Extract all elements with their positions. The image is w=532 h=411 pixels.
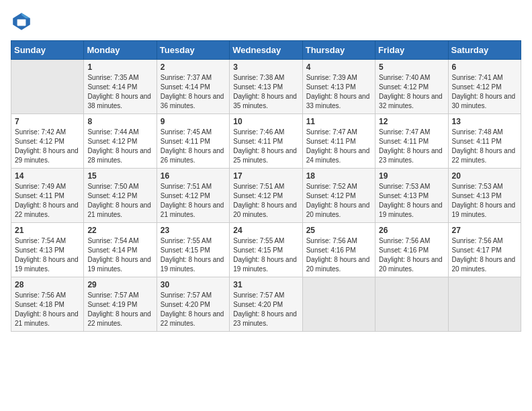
calendar-cell: 14Sunrise: 7:49 AMSunset: 4:11 PMDayligh…	[11, 169, 84, 223]
calendar-cell: 15Sunrise: 7:50 AMSunset: 4:12 PMDayligh…	[84, 169, 157, 223]
day-number: 1	[87, 62, 152, 72]
calendar-cell: 23Sunrise: 7:55 AMSunset: 4:15 PMDayligh…	[157, 223, 229, 277]
calendar-cell: 8Sunrise: 7:44 AMSunset: 4:12 PMDaylight…	[84, 114, 157, 169]
calendar-table: SundayMondayTuesdayWednesdayThursdayFrid…	[11, 40, 521, 332]
day-number: 8	[87, 117, 152, 126]
calendar-cell: 1Sunrise: 7:35 AMSunset: 4:14 PMDaylight…	[84, 60, 157, 114]
day-number: 4	[306, 62, 371, 72]
header-cell-friday: Friday	[375, 41, 448, 60]
calendar-cell: 4Sunrise: 7:39 AMSunset: 4:13 PMDaylight…	[302, 60, 375, 114]
day-number: 31	[233, 280, 298, 289]
calendar-cell: 13Sunrise: 7:48 AMSunset: 4:11 PMDayligh…	[448, 114, 521, 169]
calendar-cell: 3Sunrise: 7:38 AMSunset: 4:13 PMDaylight…	[230, 60, 302, 114]
day-number: 14	[15, 171, 80, 181]
day-number: 15	[87, 171, 152, 181]
day-number: 10	[233, 117, 298, 126]
logo-icon	[11, 11, 32, 32]
day-number: 17	[233, 171, 298, 181]
day-number: 19	[379, 171, 444, 181]
cell-content: Sunrise: 7:56 AMSunset: 4:16 PMDaylight:…	[306, 236, 371, 274]
day-number: 6	[452, 62, 517, 72]
svg-rect-2	[17, 19, 26, 26]
cell-content: Sunrise: 7:44 AMSunset: 4:12 PMDaylight:…	[87, 128, 152, 165]
cell-content: Sunrise: 7:46 AMSunset: 4:11 PMDaylight:…	[233, 128, 298, 165]
day-number: 28	[15, 280, 80, 289]
day-number: 13	[452, 117, 517, 126]
cell-content: Sunrise: 7:40 AMSunset: 4:12 PMDaylight:…	[379, 73, 444, 111]
day-number: 5	[379, 62, 444, 72]
cell-content: Sunrise: 7:54 AMSunset: 4:14 PMDaylight:…	[87, 236, 152, 274]
calendar-cell: 29Sunrise: 7:57 AMSunset: 4:19 PMDayligh…	[84, 277, 157, 332]
calendar-cell: 31Sunrise: 7:57 AMSunset: 4:20 PMDayligh…	[230, 277, 302, 332]
week-row-4: 21Sunrise: 7:54 AMSunset: 4:13 PMDayligh…	[11, 223, 521, 277]
day-number: 21	[15, 226, 80, 235]
calendar-cell: 16Sunrise: 7:51 AMSunset: 4:12 PMDayligh…	[157, 169, 229, 223]
calendar-cell: 10Sunrise: 7:46 AMSunset: 4:11 PMDayligh…	[230, 114, 302, 169]
header-cell-sunday: Sunday	[11, 41, 84, 60]
header-cell-thursday: Thursday	[302, 41, 375, 60]
calendar-cell: 30Sunrise: 7:57 AMSunset: 4:20 PMDayligh…	[157, 277, 229, 332]
cell-content: Sunrise: 7:38 AMSunset: 4:13 PMDaylight:…	[233, 73, 298, 111]
cell-content: Sunrise: 7:55 AMSunset: 4:15 PMDaylight:…	[161, 236, 226, 274]
cell-content: Sunrise: 7:55 AMSunset: 4:15 PMDaylight:…	[233, 236, 298, 274]
day-number: 25	[306, 226, 371, 235]
calendar-cell	[375, 277, 448, 332]
calendar-cell: 20Sunrise: 7:53 AMSunset: 4:13 PMDayligh…	[448, 169, 521, 223]
calendar-cell: 7Sunrise: 7:42 AMSunset: 4:12 PMDaylight…	[11, 114, 84, 169]
cell-content: Sunrise: 7:56 AMSunset: 4:16 PMDaylight:…	[379, 236, 444, 274]
day-number: 9	[161, 117, 226, 126]
cell-content: Sunrise: 7:51 AMSunset: 4:12 PMDaylight:…	[233, 182, 298, 220]
calendar-cell: 17Sunrise: 7:51 AMSunset: 4:12 PMDayligh…	[230, 169, 302, 223]
cell-content: Sunrise: 7:45 AMSunset: 4:11 PMDaylight:…	[161, 128, 226, 165]
header-cell-monday: Monday	[84, 41, 157, 60]
cell-content: Sunrise: 7:37 AMSunset: 4:14 PMDaylight:…	[161, 73, 226, 111]
day-number: 23	[161, 226, 226, 235]
cell-content: Sunrise: 7:47 AMSunset: 4:11 PMDaylight:…	[379, 128, 444, 165]
cell-content: Sunrise: 7:49 AMSunset: 4:11 PMDaylight:…	[15, 182, 80, 220]
cell-content: Sunrise: 7:57 AMSunset: 4:20 PMDaylight:…	[233, 291, 298, 328]
cell-content: Sunrise: 7:51 AMSunset: 4:12 PMDaylight:…	[161, 182, 226, 220]
day-number: 2	[161, 62, 226, 72]
day-number: 27	[452, 226, 517, 235]
page-header	[11, 11, 521, 32]
header-cell-tuesday: Tuesday	[157, 41, 229, 60]
day-number: 3	[233, 62, 298, 72]
calendar-cell: 11Sunrise: 7:47 AMSunset: 4:11 PMDayligh…	[302, 114, 375, 169]
calendar-cell: 22Sunrise: 7:54 AMSunset: 4:14 PMDayligh…	[84, 223, 157, 277]
day-number: 26	[379, 226, 444, 235]
cell-content: Sunrise: 7:52 AMSunset: 4:12 PMDaylight:…	[306, 182, 371, 220]
calendar-cell: 5Sunrise: 7:40 AMSunset: 4:12 PMDaylight…	[375, 60, 448, 114]
cell-content: Sunrise: 7:56 AMSunset: 4:18 PMDaylight:…	[15, 291, 80, 328]
calendar-cell: 6Sunrise: 7:41 AMSunset: 4:12 PMDaylight…	[448, 60, 521, 114]
calendar-cell: 28Sunrise: 7:56 AMSunset: 4:18 PMDayligh…	[11, 277, 84, 332]
cell-content: Sunrise: 7:54 AMSunset: 4:13 PMDaylight:…	[15, 236, 80, 274]
calendar-cell: 26Sunrise: 7:56 AMSunset: 4:16 PMDayligh…	[375, 223, 448, 277]
cell-content: Sunrise: 7:53 AMSunset: 4:13 PMDaylight:…	[379, 182, 444, 220]
calendar-cell: 12Sunrise: 7:47 AMSunset: 4:11 PMDayligh…	[375, 114, 448, 169]
calendar-cell	[302, 277, 375, 332]
cell-content: Sunrise: 7:50 AMSunset: 4:12 PMDaylight:…	[87, 182, 152, 220]
calendar-cell: 18Sunrise: 7:52 AMSunset: 4:12 PMDayligh…	[302, 169, 375, 223]
header-cell-wednesday: Wednesday	[230, 41, 302, 60]
calendar-cell: 9Sunrise: 7:45 AMSunset: 4:11 PMDaylight…	[157, 114, 229, 169]
calendar-cell: 19Sunrise: 7:53 AMSunset: 4:13 PMDayligh…	[375, 169, 448, 223]
cell-content: Sunrise: 7:39 AMSunset: 4:13 PMDaylight:…	[306, 73, 371, 111]
day-number: 12	[379, 117, 444, 126]
calendar-cell	[11, 60, 84, 114]
cell-content: Sunrise: 7:57 AMSunset: 4:19 PMDaylight:…	[87, 291, 152, 328]
week-row-3: 14Sunrise: 7:49 AMSunset: 4:11 PMDayligh…	[11, 169, 521, 223]
calendar-cell	[448, 277, 521, 332]
cell-content: Sunrise: 7:35 AMSunset: 4:14 PMDaylight:…	[87, 73, 152, 111]
calendar-cell: 25Sunrise: 7:56 AMSunset: 4:16 PMDayligh…	[302, 223, 375, 277]
cell-content: Sunrise: 7:53 AMSunset: 4:13 PMDaylight:…	[452, 182, 517, 220]
calendar-body: 1Sunrise: 7:35 AMSunset: 4:14 PMDaylight…	[11, 60, 521, 332]
cell-content: Sunrise: 7:47 AMSunset: 4:11 PMDaylight:…	[306, 128, 371, 165]
calendar-cell: 21Sunrise: 7:54 AMSunset: 4:13 PMDayligh…	[11, 223, 84, 277]
day-number: 30	[161, 280, 226, 289]
header-row: SundayMondayTuesdayWednesdayThursdayFrid…	[11, 41, 521, 60]
cell-content: Sunrise: 7:42 AMSunset: 4:12 PMDaylight:…	[15, 128, 80, 165]
day-number: 20	[452, 171, 517, 181]
day-number: 16	[161, 171, 226, 181]
header-cell-saturday: Saturday	[448, 41, 521, 60]
cell-content: Sunrise: 7:56 AMSunset: 4:17 PMDaylight:…	[452, 236, 517, 274]
